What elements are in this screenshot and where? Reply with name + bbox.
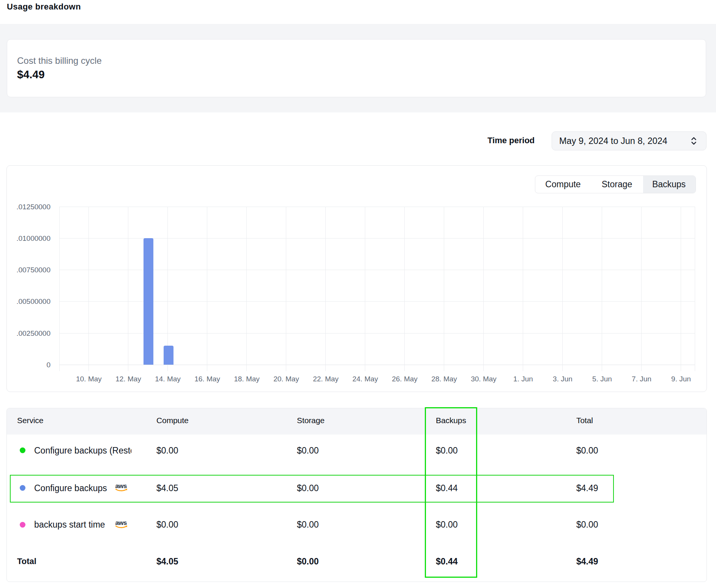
svg-text:aws: aws [115,519,127,526]
